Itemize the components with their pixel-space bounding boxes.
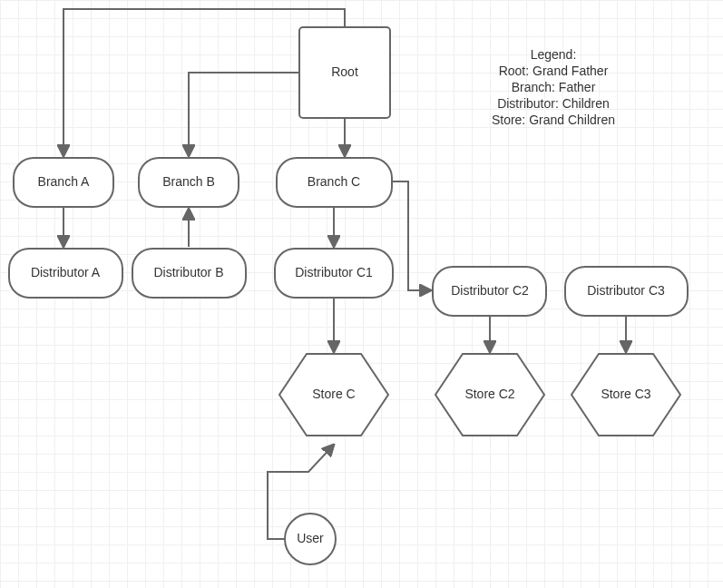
node-distB: Distributor B	[132, 249, 246, 298]
node-storeC3: Store C3	[572, 354, 680, 436]
node-branchC: Branch C	[277, 158, 392, 207]
node-distC1: Distributor C1	[275, 249, 393, 298]
edge-root-branchB	[189, 73, 299, 156]
node-distC3: Distributor C3	[565, 267, 688, 316]
legend: Legend: Root: Grand Father Branch: Fathe…	[492, 47, 615, 127]
node-distC3-label: Distributor C3	[587, 283, 665, 298]
node-root-label: Root	[331, 64, 358, 79]
node-branchA: Branch A	[14, 158, 113, 207]
edge-branchC-distC2	[392, 181, 431, 290]
node-distA: Distributor A	[9, 249, 122, 298]
node-storeC3-label: Store C3	[601, 387, 650, 401]
diagram-canvas: Root Branch A Branch B Branch C Distribu…	[0, 0, 723, 588]
node-distC2: Distributor C2	[433, 267, 546, 316]
node-distA-label: Distributor A	[31, 265, 101, 279]
node-root: Root	[299, 27, 390, 118]
node-user-label: User	[297, 531, 324, 545]
node-branchB-label: Branch B	[162, 174, 215, 189]
node-storeC2-label: Store C2	[464, 387, 514, 401]
node-distC2-label: Distributor C2	[451, 283, 529, 298]
legend-line1: Root: Grand Father	[499, 64, 609, 78]
node-user: User	[285, 514, 336, 564]
node-storeC: Store C	[279, 354, 388, 436]
node-storeC2: Store C2	[435, 354, 544, 436]
node-storeC-label: Store C	[312, 387, 355, 401]
node-branchC-label: Branch C	[308, 174, 360, 189]
node-distB-label: Distributor B	[153, 265, 223, 279]
legend-title: Legend:	[531, 47, 577, 62]
node-distC1-label: Distributor C1	[295, 265, 373, 279]
legend-line4: Store: Grand Children	[492, 113, 615, 127]
legend-line2: Branch: Father	[512, 80, 596, 94]
legend-line3: Distributor: Children	[497, 96, 610, 111]
node-branchA-label: Branch A	[38, 174, 90, 189]
node-branchB: Branch B	[139, 158, 239, 207]
